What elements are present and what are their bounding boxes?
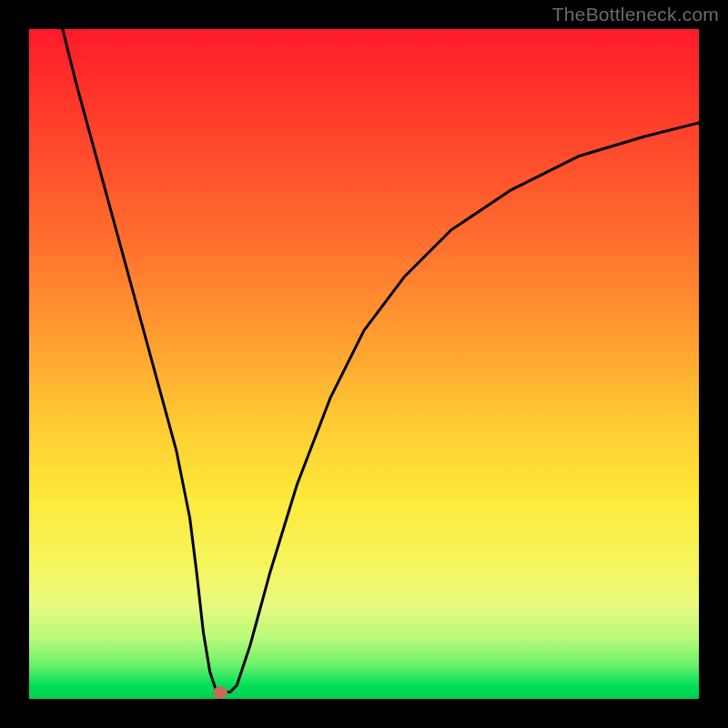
chart-frame: TheBottleneck.com bbox=[0, 0, 728, 728]
watermark-text: TheBottleneck.com bbox=[552, 4, 719, 25]
curve-svg bbox=[29, 29, 699, 699]
bottleneck-curve bbox=[63, 29, 699, 693]
marker-dot bbox=[213, 686, 228, 699]
